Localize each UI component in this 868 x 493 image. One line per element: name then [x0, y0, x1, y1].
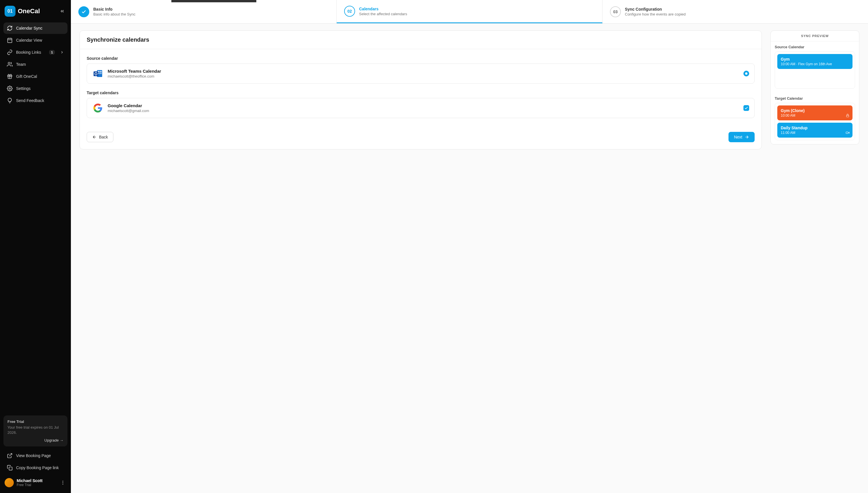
lock-icon: [846, 113, 850, 117]
calendar-name: Microsoft Teams Calendar: [108, 69, 161, 73]
user-menu[interactable]: Michael Scott Free Trial: [3, 476, 67, 490]
step-basic-info[interactable]: Basic Info Basic info about the Sync: [71, 0, 337, 23]
calendar-email: michaelscott@theoffice.com: [108, 74, 161, 79]
sidebar-collapse-button[interactable]: [58, 7, 66, 15]
copy-icon: [7, 465, 13, 471]
nav-settings[interactable]: Settings: [3, 83, 67, 94]
copy-booking-link[interactable]: Copy Booking Page link: [3, 462, 67, 473]
nav-booking-links[interactable]: Booking Links 1: [3, 46, 67, 58]
event-subtitle: 11:00 AM: [781, 131, 849, 135]
nav-label: Calendar View: [16, 38, 42, 43]
sync-form-card: Synchronize calendars Source calendar Mi…: [79, 30, 762, 149]
next-button[interactable]: Next: [729, 132, 755, 142]
nav-gift[interactable]: Gift OneCal: [3, 71, 67, 82]
nav-label: Send Feedback: [16, 98, 44, 103]
chevron-right-icon: [60, 50, 64, 54]
gift-icon: [7, 73, 13, 79]
nav-badge: 1: [49, 50, 55, 55]
user-more-button[interactable]: [60, 479, 66, 486]
source-calendar-option[interactable]: Microsoft Teams Calendar michaelscott@th…: [87, 64, 755, 84]
trial-title: Free Trial: [7, 420, 64, 424]
preview-event: Gym (Clone) 10:00 AM: [777, 105, 852, 121]
source-radio[interactable]: [744, 71, 749, 77]
step-subtitle: Select the affected calendars: [359, 12, 407, 16]
user-name: Michael Scott: [17, 478, 43, 483]
outlook-icon: [92, 68, 104, 79]
svg-rect-3: [9, 467, 12, 470]
google-icon: [92, 103, 104, 113]
target-calendar-option[interactable]: Google Calendar michaelscott@gmail.com: [87, 98, 755, 118]
nav-label: Settings: [16, 86, 31, 91]
step-subtitle: Basic info about the Sync: [93, 12, 136, 16]
svg-rect-9: [100, 71, 102, 72]
target-checkbox[interactable]: [744, 105, 749, 111]
svg-point-4: [63, 481, 63, 481]
step-check-icon: [78, 6, 89, 17]
nav-label: View Booking Page: [16, 453, 51, 458]
more-vertical-icon: [60, 480, 65, 485]
step-number: 03: [610, 6, 621, 17]
calendar-name: Google Calendar: [108, 103, 149, 108]
user-plan: Free Trial: [17, 483, 43, 487]
event-subtitle: 10:00 AM: [781, 113, 849, 117]
preview-source-block: Gym 10:00 AM · Flex Gym on 16th Ave: [775, 51, 855, 89]
nav-label: Calendar Sync: [16, 26, 43, 30]
svg-point-5: [63, 483, 63, 483]
external-link-icon: [7, 453, 13, 458]
trial-text: Your free trial expires on 01 Jul 2026.: [7, 425, 64, 435]
event-title: Gym (Clone): [781, 108, 849, 113]
step-title: Sync Configuration: [625, 7, 686, 12]
step-title: Calendars: [359, 7, 407, 11]
video-icon: [846, 131, 850, 135]
users-icon: [7, 62, 13, 67]
svg-rect-12: [94, 71, 98, 77]
calendar-icon: [7, 37, 13, 43]
step-title: Basic Info: [93, 7, 136, 12]
link-icon: [7, 49, 13, 55]
back-label: Back: [99, 135, 108, 140]
upgrade-link[interactable]: Upgrade →: [7, 438, 64, 443]
calendar-email: michaelscott@gmail.com: [108, 109, 149, 113]
nav-calendar-view[interactable]: Calendar View: [3, 35, 67, 46]
preview-event: Daily Standup 11:00 AM: [777, 123, 852, 137]
preview-header: SYNC PREVIEW: [771, 31, 859, 41]
lightbulb-icon: [7, 98, 13, 103]
step-subtitle: Configure how the events are copied: [625, 12, 686, 16]
preview-event: Gym 10:00 AM · Flex Gym on 16th Ave: [777, 54, 852, 69]
arrow-right-icon: [745, 135, 749, 140]
sync-preview-panel: SYNC PREVIEW Source Calendar Gym 10:00 A…: [770, 30, 860, 145]
check-icon: [744, 106, 748, 110]
main-content: Basic Info Basic info about the Sync 02 …: [71, 0, 868, 493]
main-nav: Calendar Sync Calendar View Booking Link…: [3, 22, 67, 106]
nav-label: Copy Booking Page link: [16, 466, 59, 470]
sync-icon: [7, 25, 13, 31]
sidebar: 01 OneCal Calendar Sync Calendar View Bo…: [0, 0, 71, 493]
svg-rect-14: [846, 115, 849, 117]
nav-calendar-sync[interactable]: Calendar Sync: [3, 22, 67, 34]
step-calendars[interactable]: 02 Calendars Select the affected calenda…: [337, 0, 602, 23]
gear-icon: [7, 86, 13, 91]
arrow-left-icon: [92, 135, 97, 140]
svg-point-6: [63, 484, 63, 485]
view-booking-page-link[interactable]: View Booking Page: [3, 450, 67, 462]
card-title: Synchronize calendars: [87, 37, 755, 43]
logo-text: OneCal: [18, 7, 40, 15]
event-title: Daily Standup: [781, 126, 849, 130]
back-button[interactable]: Back: [87, 132, 113, 142]
svg-rect-15: [846, 132, 848, 134]
nav-team[interactable]: Team: [3, 59, 67, 70]
nav-label: Team: [16, 62, 26, 67]
preview-target-block: Gym (Clone) 10:00 AM Daily Standup 11:00…: [775, 103, 855, 140]
event-subtitle: 10:00 AM · Flex Gym on 16th Ave: [781, 62, 849, 66]
svg-rect-0: [8, 38, 12, 43]
event-title: Gym: [781, 57, 849, 62]
logo[interactable]: 01 OneCal: [5, 6, 40, 17]
svg-rect-11: [100, 73, 102, 74]
preview-source-label: Source Calendar: [771, 41, 859, 51]
nav-feedback[interactable]: Send Feedback: [3, 95, 67, 106]
trial-card: Free Trial Your free trial expires on 01…: [3, 415, 67, 447]
chevrons-left-icon: [60, 8, 65, 14]
step-number: 02: [344, 6, 355, 17]
step-sync-config[interactable]: 03 Sync Configuration Configure how the …: [602, 0, 868, 23]
logo-badge: 01: [5, 6, 16, 17]
